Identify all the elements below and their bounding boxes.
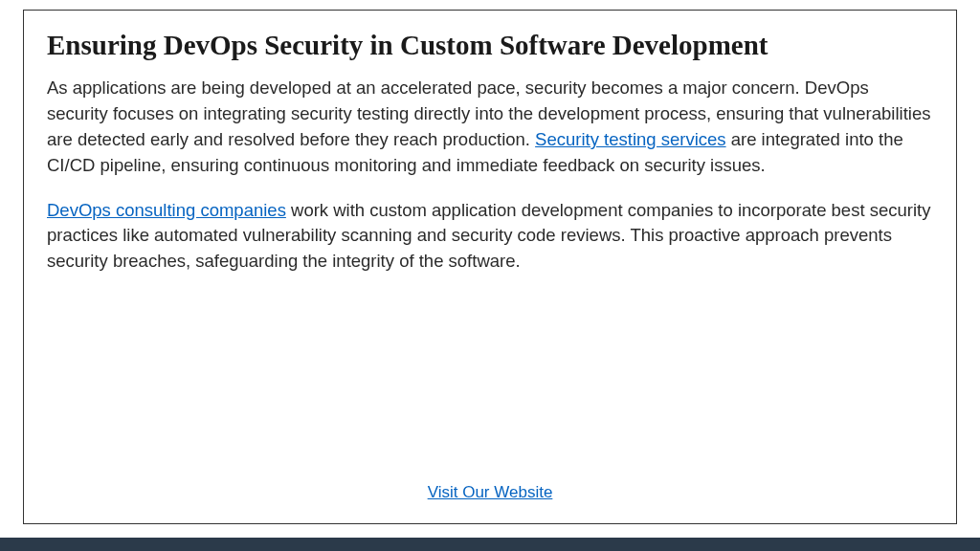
security-testing-link[interactable]: Security testing services <box>535 129 725 149</box>
paragraph-1: As applications are being developed at a… <box>47 76 933 178</box>
devops-consulting-link[interactable]: DevOps consulting companies <box>47 200 286 220</box>
paragraph-2: DevOps consulting companies work with cu… <box>47 198 933 275</box>
bottom-bar <box>0 538 980 551</box>
visit-website-link[interactable]: Visit Our Website <box>428 483 553 501</box>
page-title: Ensuring DevOps Security in Custom Softw… <box>47 28 933 62</box>
cta-container: Visit Our Website <box>24 483 956 502</box>
body-content: As applications are being developed at a… <box>47 76 933 275</box>
slide-frame: Ensuring DevOps Security in Custom Softw… <box>23 10 957 524</box>
